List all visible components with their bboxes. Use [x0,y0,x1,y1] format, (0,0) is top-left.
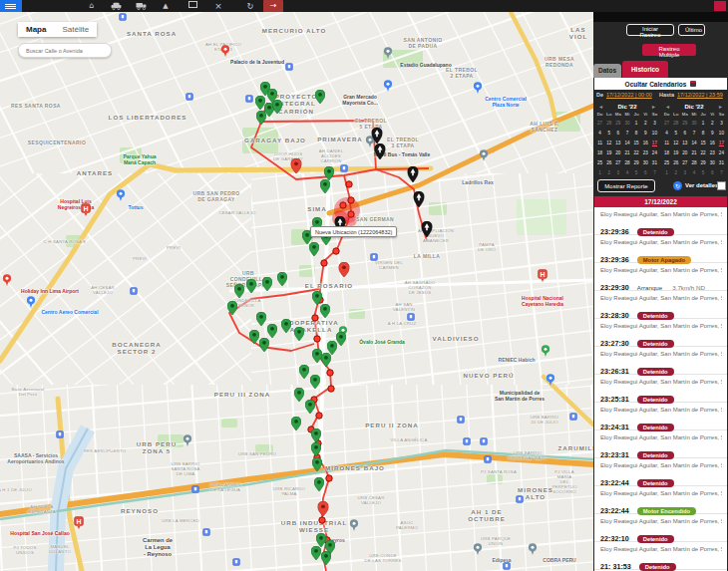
calendar-day[interactable]: 7 [717,168,726,178]
calendar-day[interactable]: 6 [708,168,717,178]
calendar-day[interactable]: 9 [641,129,650,139]
calendar-day[interactable]: 5 [604,129,613,139]
event-item[interactable]: Eloy Reategui Aguilar, San Martín de Por… [594,375,727,403]
show-report-button[interactable]: Mostrar Reporte [597,179,655,192]
calendar-day[interactable]: 8 [699,129,708,139]
notification-badge[interactable] [714,1,726,11]
calendar-day[interactable]: 12 [604,139,613,148]
calendar-day[interactable]: 28 [689,158,698,168]
calendar-next-icon[interactable]: ► [651,104,656,110]
calendar-day[interactable]: 27 [662,119,671,129]
calendar-day[interactable]: 16 [641,139,650,148]
calendar-day[interactable]: 4 [595,129,604,139]
calendar-day[interactable]: 1 [662,168,671,178]
calendar-day[interactable]: 7 [650,168,659,178]
calendar-day[interactable]: 7 [622,129,631,139]
calendar-day[interactable]: 3 [650,119,659,129]
map-canvas[interactable]: HHHSANTA ROSAMERCURIO ALTOAH EL PACIFICO… [0,0,593,571]
last-position-button[interactable]: Último [678,24,705,36]
calendar-day[interactable]: 25 [662,158,671,168]
calendar-day[interactable]: 24 [717,148,726,158]
calendar-day[interactable]: 15 [699,139,708,148]
calendar-day[interactable]: 27 [613,158,622,168]
calendar-day[interactable]: 21 [622,148,631,158]
event-item[interactable]: Eloy Reategui Aguilar, San Martín de Por… [594,458,727,486]
tab-historico[interactable]: Historico [622,61,668,78]
calendar-day[interactable]: 9 [708,129,717,139]
calendar-day[interactable]: 10 [650,129,659,139]
calendar-day[interactable]: 7 [689,129,698,139]
calendar-day[interactable]: 27 [680,158,689,168]
calendar-day[interactable]: 1 [699,119,708,129]
calendar-day[interactable]: 18 [595,148,604,158]
calendar-day[interactable]: 4 [689,168,698,178]
calendar-day[interactable]: 14 [689,139,698,148]
calendar-day[interactable]: 28 [671,119,680,129]
warning-icon[interactable]: ▲ [158,0,174,12]
calendar-day[interactable]: 20 [680,148,689,158]
calendar-day[interactable]: 22 [632,148,641,158]
calendar-day[interactable]: 19 [671,148,680,158]
multi-tracking-button[interactable]: Rastreo Multiple [642,44,696,56]
calendar-day[interactable]: 29 [680,119,689,129]
calendar-day[interactable]: 15 [632,139,641,148]
calendar-day[interactable]: 27 [595,119,604,129]
event-item[interactable]: Eloy Reategui Aguilar, San Martín de Por… [594,514,727,542]
event-item[interactable]: Eloy Reategui Aguilar, San Martín de Por… [594,319,727,347]
calendar-day[interactable]: 31 [650,158,659,168]
calendar-day[interactable]: 6 [680,129,689,139]
hide-calendars-toggle[interactable]: Ocultar Calendarios [594,78,727,90]
calendar-day[interactable]: 30 [641,158,650,168]
calendar-day[interactable]: 29 [699,158,708,168]
calendar-day[interactable]: 2 [671,168,680,178]
window-icon[interactable] [184,0,200,12]
details-refresh-icon[interactable]: ↻ [673,181,682,190]
date-from-link[interactable]: 17/12/2022 | 00:00 [606,92,652,98]
search-input[interactable] [24,47,111,55]
calendar-day[interactable]: 20 [613,148,622,158]
menu-icon[interactable] [0,0,22,12]
calendar-day[interactable]: 21 [689,148,698,158]
calendar-day[interactable]: 3 [680,168,689,178]
calendar-day[interactable]: 26 [671,158,680,168]
event-item[interactable]: Eloy Reategui Aguilar, San Martín de Por… [594,291,727,319]
calendar-day[interactable]: 13 [613,139,622,148]
calendar-day[interactable]: 19 [604,148,613,158]
map-type-button[interactable]: Mapa [18,22,54,37]
event-item[interactable]: Eloy Reategui Aguilar, San Martín de Por… [594,430,727,458]
event-item[interactable]: Eloy Reategui Aguilar, San Martín de Por… [594,403,727,430]
calendar-next-icon[interactable]: ► [718,104,723,110]
calendar-day[interactable]: 3 [613,168,622,178]
calendar-day[interactable]: 29 [613,119,622,129]
calendar-day[interactable]: 6 [641,168,650,178]
calendar-day[interactable]: 13 [680,139,689,148]
calendar-prev-icon[interactable]: ◄ [598,104,603,110]
calendar-day[interactable]: 5 [699,168,708,178]
event-item[interactable]: Eloy Reategui Aguilar, San Martín de Por… [594,235,727,263]
calendar-day[interactable]: 3 [717,119,726,129]
truck-icon[interactable] [133,0,149,12]
satellite-type-button[interactable]: Satélite [54,22,97,37]
calendar-day[interactable]: 2 [604,168,613,178]
calendar-day[interactable]: 30 [708,158,717,168]
calendar-day[interactable]: 18 [662,148,671,158]
calendar-day[interactable]: 4 [622,168,631,178]
calendar-day[interactable]: 4 [662,129,671,139]
calendar-day[interactable]: 8 [632,129,641,139]
event-item[interactable]: Eloy Reategui Aguilar, San Martín de Por… [594,486,727,514]
calendar-day[interactable]: 23 [708,148,717,158]
calendar-day[interactable]: 2 [708,119,717,129]
calendar-day[interactable]: 1 [632,119,641,129]
calendar-day[interactable]: 30 [622,119,631,129]
calendar-day[interactable]: 29 [632,158,641,168]
tab-datos[interactable]: Datos [593,64,621,78]
calendar-day[interactable]: 11 [595,139,604,148]
event-item[interactable]: Eloy Reategui Aguilar, San Martín de Por… [594,347,727,375]
sign-out-icon[interactable]: → [263,0,283,12]
calendar-day[interactable]: 11 [662,139,671,148]
calendar-day[interactable]: 14 [622,139,631,148]
calendar-day[interactable]: 28 [604,119,613,129]
calendar-day[interactable]: 12 [671,139,680,148]
calendar-day[interactable]: 30 [689,119,698,129]
view-details-checkbox[interactable] [717,181,726,190]
